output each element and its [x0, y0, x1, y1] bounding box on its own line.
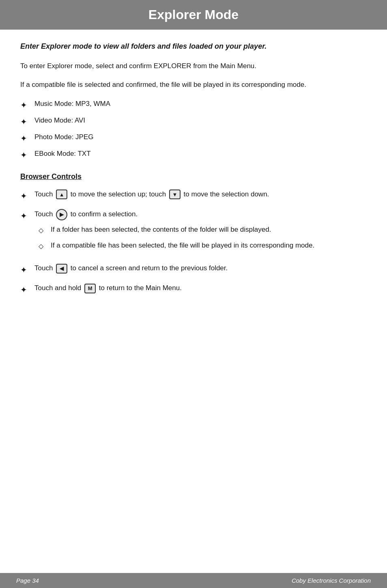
browser-item-2-text: Touch ▶ to confirm a selection. ◇ If a f…: [34, 209, 367, 257]
browser-item-1-text: Touch ▲ to move the selection up; touch …: [34, 189, 367, 200]
page-footer: Page 34 Coby Electronics Corporation: [0, 573, 387, 588]
diamond-icon: ◇: [39, 226, 43, 236]
cross-icon: ✦: [20, 190, 27, 202]
page-title: Explorer Mode: [16, 7, 371, 22]
list-item: ✦ Touch ▶ to confirm a selection. ◇ If a…: [20, 209, 367, 257]
browser-item-4-text: Touch and hold M to return to the Main M…: [34, 283, 367, 293]
sub-list: ◇ If a folder has been selected, the con…: [39, 224, 367, 252]
list-item: ✦ Touch ◀ to cancel a screen and return …: [20, 263, 367, 276]
cross-icon: ✦: [20, 149, 27, 161]
browser-controls-list: ✦ Touch ▲ to move the selection up; touc…: [20, 189, 367, 297]
cross-icon: ✦: [20, 284, 27, 296]
page-header: Explorer Mode: [0, 0, 387, 30]
back-button-icon: ◀: [56, 264, 67, 274]
sub-list-item: ◇ If a compatible file has been selected…: [39, 240, 367, 252]
list-item: ✦ Touch ▲ to move the selection up; touc…: [20, 189, 367, 202]
cross-icon: ✦: [20, 132, 27, 144]
list-item: ✦ Touch and hold M to return to the Main…: [20, 283, 367, 296]
diamond-icon: ◇: [39, 241, 43, 252]
intro-para1: To enter Explorer mode, select and confi…: [20, 61, 367, 71]
list-item: ✦ EBook Mode: TXT: [20, 149, 367, 161]
cross-icon: ✦: [20, 264, 27, 276]
list-item: ✦ Video Mode: AVI: [20, 115, 367, 128]
browser-item-3-text: Touch ◀ to cancel a screen and return to…: [34, 263, 367, 274]
sub-list-item: ◇ If a folder has been selected, the con…: [39, 224, 367, 236]
intro-bold: Enter Explorer mode to view all folders …: [20, 41, 367, 52]
list-item: ✦ Photo Mode: JPEG: [20, 132, 367, 144]
content-area: Enter Explorer mode to view all folders …: [0, 30, 387, 337]
m-button-icon: M: [84, 284, 96, 293]
down-button-icon: ▼: [169, 190, 181, 199]
cross-icon: ✦: [20, 210, 27, 222]
up-button-icon: ▲: [56, 190, 67, 199]
confirm-button-icon: ▶: [56, 209, 67, 220]
cross-icon: ✦: [20, 116, 27, 128]
intro-para2: If a compatible file is selected and con…: [20, 80, 367, 90]
footer-company: Coby Electronics Corporation: [292, 577, 371, 584]
browser-controls-heading: Browser Controls: [20, 172, 367, 181]
footer-page-label: Page 34: [16, 577, 39, 584]
list-item: ✦ Music Mode: MP3, WMA: [20, 99, 367, 111]
mode-list: ✦ Music Mode: MP3, WMA ✦ Video Mode: AVI…: [20, 99, 367, 161]
cross-icon: ✦: [20, 99, 27, 111]
